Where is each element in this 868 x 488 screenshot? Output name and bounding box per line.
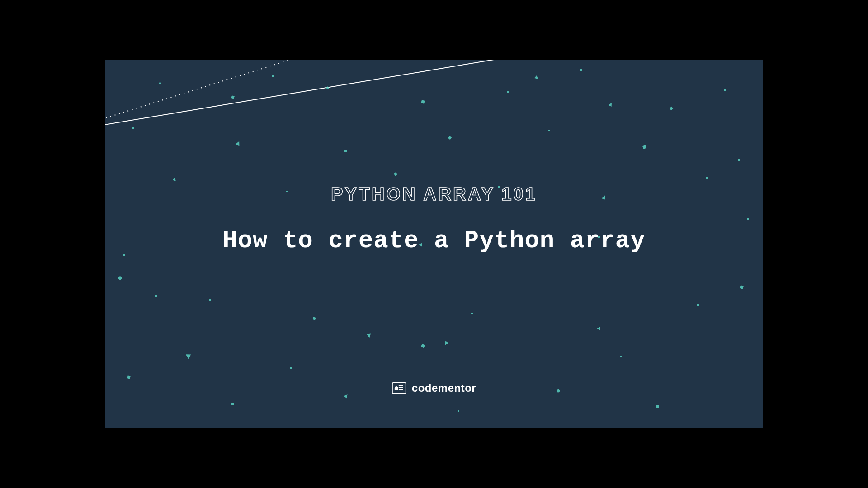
brand-logo: codementor bbox=[392, 382, 476, 394]
banner-subtitle: PYTHON ARRAY 101 bbox=[331, 184, 537, 204]
codementor-icon bbox=[392, 382, 406, 394]
brand-name: codementor bbox=[412, 382, 476, 394]
banner-container: PYTHON ARRAY 101 How to create a Python … bbox=[105, 60, 763, 428]
banner-title: How to create a Python array bbox=[222, 227, 645, 254]
content-wrapper: PYTHON ARRAY 101 How to create a Python … bbox=[105, 60, 763, 428]
